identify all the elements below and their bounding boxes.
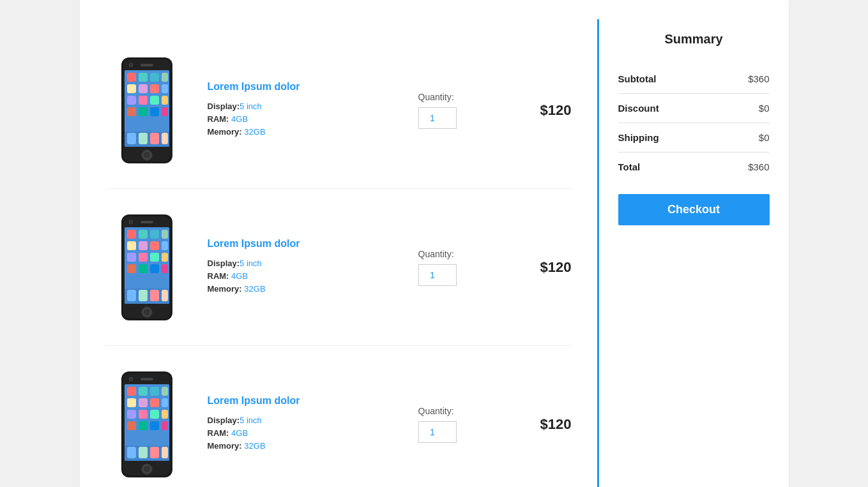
product-title: Lorem Ipsum dolor bbox=[208, 395, 418, 407]
svg-rect-16 bbox=[139, 107, 148, 116]
svg-point-55 bbox=[129, 220, 133, 224]
svg-rect-61 bbox=[150, 387, 159, 396]
product-memory-spec: Memory: 32GB bbox=[208, 284, 418, 294]
memory-value: 32GB bbox=[244, 441, 265, 451]
quantity-input[interactable] bbox=[418, 421, 457, 443]
svg-rect-8 bbox=[139, 84, 148, 93]
summary-subtotal-row: Subtotal $360 bbox=[618, 64, 770, 94]
svg-rect-74 bbox=[162, 421, 168, 430]
svg-rect-39 bbox=[127, 253, 136, 262]
product-ram-spec: RAM: 4GB bbox=[208, 271, 418, 281]
cart-item: Lorem Ipsum dolor Display:5 inch RAM: 4G… bbox=[105, 346, 572, 487]
product-title: Lorem Ipsum dolor bbox=[208, 81, 418, 93]
svg-rect-23 bbox=[162, 133, 168, 144]
cart-item: Lorem Ipsum dolor Display:5 inch RAM: 4G… bbox=[105, 189, 572, 346]
svg-rect-35 bbox=[127, 241, 136, 250]
quantity-input[interactable] bbox=[418, 107, 457, 129]
svg-rect-10 bbox=[162, 84, 168, 93]
svg-rect-37 bbox=[150, 241, 159, 250]
summary-discount-row: Discount $0 bbox=[618, 94, 770, 123]
svg-rect-72 bbox=[139, 421, 148, 430]
product-ram-spec: RAM: 4GB bbox=[208, 114, 418, 124]
product-ram-spec: RAM: 4GB bbox=[208, 428, 418, 438]
svg-rect-20 bbox=[127, 133, 136, 144]
discount-value: $0 bbox=[759, 103, 770, 114]
quantity-section: Quantity: bbox=[418, 92, 495, 129]
display-value: 5 inch bbox=[240, 416, 262, 425]
svg-rect-78 bbox=[150, 447, 159, 458]
shipping-label: Shipping bbox=[618, 132, 659, 143]
cart-item: Lorem Ipsum dolor Display:5 inch RAM: 4G… bbox=[105, 32, 572, 189]
svg-rect-62 bbox=[162, 387, 168, 396]
svg-rect-4 bbox=[139, 73, 148, 82]
svg-rect-41 bbox=[150, 253, 159, 262]
svg-rect-46 bbox=[162, 264, 168, 273]
ram-label: RAM: bbox=[208, 271, 229, 281]
svg-rect-5 bbox=[150, 73, 159, 82]
svg-rect-34 bbox=[162, 230, 168, 239]
svg-rect-64 bbox=[139, 398, 148, 407]
item-price: $120 bbox=[521, 416, 572, 433]
product-display-spec: Display:5 inch bbox=[208, 258, 418, 268]
svg-rect-17 bbox=[150, 107, 159, 116]
svg-rect-15 bbox=[127, 107, 136, 116]
svg-rect-6 bbox=[162, 73, 168, 82]
ram-value: 4GB bbox=[231, 114, 248, 124]
svg-rect-51 bbox=[162, 290, 168, 301]
product-image-wrapper bbox=[105, 208, 188, 326]
svg-point-27 bbox=[129, 63, 133, 67]
svg-rect-50 bbox=[150, 290, 159, 301]
svg-rect-22 bbox=[150, 133, 159, 144]
svg-rect-18 bbox=[162, 107, 168, 116]
quantity-input[interactable] bbox=[418, 264, 457, 286]
svg-rect-69 bbox=[150, 410, 159, 419]
main-container: Lorem Ipsum dolor Display:5 inch RAM: 4G… bbox=[80, 0, 789, 487]
display-value: 5 inch bbox=[240, 101, 262, 111]
total-label: Total bbox=[618, 161, 641, 172]
svg-rect-71 bbox=[127, 421, 136, 430]
product-info: Lorem Ipsum dolor Display:5 inch RAM: 4G… bbox=[208, 395, 418, 454]
svg-rect-14 bbox=[162, 96, 168, 105]
product-memory-spec: Memory: 32GB bbox=[208, 127, 418, 137]
svg-rect-73 bbox=[150, 421, 159, 430]
product-info: Lorem Ipsum dolor Display:5 inch RAM: 4G… bbox=[208, 238, 418, 297]
svg-rect-76 bbox=[127, 447, 136, 458]
product-image-wrapper bbox=[105, 365, 188, 483]
quantity-label: Quantity: bbox=[418, 406, 454, 416]
svg-rect-59 bbox=[127, 387, 136, 396]
svg-rect-77 bbox=[139, 447, 148, 458]
svg-rect-45 bbox=[150, 264, 159, 273]
quantity-section: Quantity: bbox=[418, 249, 495, 286]
quantity-label: Quantity: bbox=[418, 249, 454, 259]
item-price: $120 bbox=[521, 102, 572, 119]
svg-rect-38 bbox=[162, 241, 168, 250]
cart-section: Lorem Ipsum dolor Display:5 inch RAM: 4G… bbox=[80, 19, 597, 487]
memory-label: Memory: bbox=[208, 284, 242, 294]
summary-title: Summary bbox=[618, 32, 770, 47]
display-label: Display: bbox=[208, 101, 240, 111]
checkout-button[interactable]: Checkout bbox=[618, 194, 770, 225]
subtotal-label: Subtotal bbox=[618, 73, 657, 84]
svg-rect-7 bbox=[127, 84, 136, 93]
summary-panel: Summary Subtotal $360 Discount $0 Shippi… bbox=[597, 19, 789, 487]
svg-rect-43 bbox=[127, 264, 136, 273]
svg-rect-36 bbox=[139, 241, 148, 250]
product-image-wrapper bbox=[105, 51, 188, 169]
svg-rect-63 bbox=[127, 398, 136, 407]
svg-point-83 bbox=[129, 377, 133, 381]
svg-rect-65 bbox=[150, 398, 159, 407]
svg-rect-3 bbox=[127, 73, 136, 82]
product-display-spec: Display:5 inch bbox=[208, 101, 418, 111]
svg-rect-33 bbox=[150, 230, 159, 239]
display-value: 5 inch bbox=[240, 258, 262, 268]
ram-label: RAM: bbox=[208, 114, 229, 124]
svg-rect-42 bbox=[162, 253, 168, 262]
shipping-value: $0 bbox=[759, 132, 770, 143]
item-price: $120 bbox=[521, 259, 572, 276]
svg-rect-11 bbox=[127, 96, 136, 105]
svg-rect-26 bbox=[141, 64, 153, 66]
discount-label: Discount bbox=[618, 103, 659, 114]
product-memory-spec: Memory: 32GB bbox=[208, 441, 418, 451]
svg-rect-13 bbox=[150, 96, 159, 105]
summary-total-row: Total $360 bbox=[618, 153, 770, 181]
